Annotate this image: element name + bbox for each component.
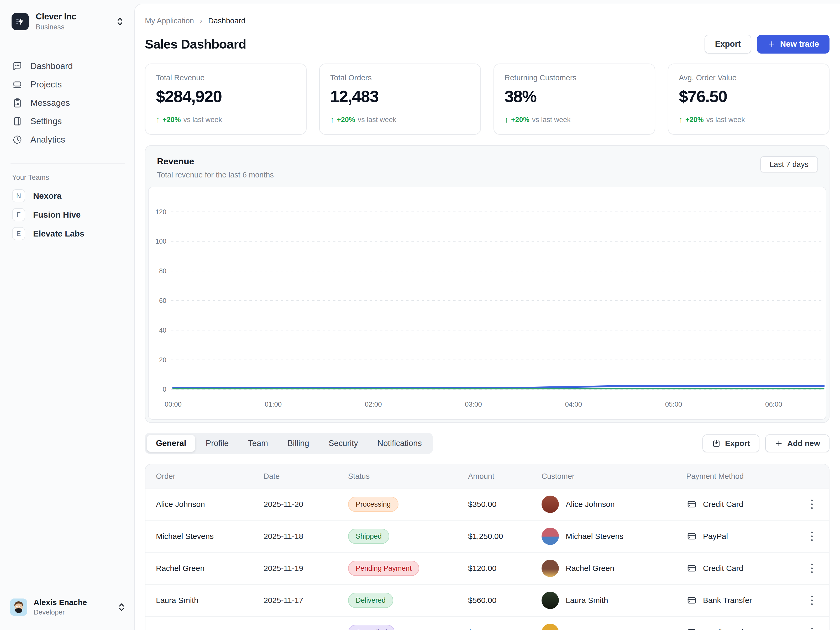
notebook-icon — [12, 116, 22, 126]
sidebar-item-analytics[interactable]: Analytics — [10, 131, 125, 149]
stat-card: Total Orders 12,483 ↑ +20% vs last week — [319, 63, 481, 135]
arrow-up-icon: ↑ — [505, 115, 508, 124]
cell-date: 2025-11-20 — [264, 500, 348, 509]
main-panel: My Application › Dashboard Sales Dashboa… — [134, 4, 840, 630]
kebab-icon — [807, 562, 816, 574]
org-type: Business — [36, 23, 76, 31]
svg-text:00:00: 00:00 — [164, 401, 182, 408]
tab-security[interactable]: Security — [320, 435, 367, 452]
stat-delta: ↑ +20% vs last week — [330, 115, 470, 124]
sidebar-item-projects[interactable]: Projects — [10, 75, 125, 94]
breadcrumb-current: Dashboard — [208, 17, 245, 25]
tab-team[interactable]: Team — [239, 435, 277, 452]
cell-customer: James Brown — [542, 624, 686, 630]
column-header: Amount — [468, 472, 542, 481]
table-row: Rachel Green 2025-11-19 Pending Payment … — [145, 553, 829, 584]
org-name: Clever Inc — [36, 11, 76, 22]
team-avatar: F — [12, 208, 25, 221]
breadcrumb-chevron-icon: › — [200, 16, 202, 25]
kebab-icon — [807, 627, 816, 630]
sidebar-item-dashboard[interactable]: Dashboard — [10, 57, 125, 75]
download-icon — [712, 439, 721, 448]
tab-general[interactable]: General — [147, 435, 195, 452]
credit-card-icon — [686, 499, 697, 509]
sidebar-item-settings[interactable]: Settings — [10, 112, 125, 131]
sidebar-nav: Dashboard Projects Messages Settings Ana… — [10, 57, 125, 149]
arrow-up-icon: ↑ — [330, 115, 334, 124]
team-avatar: E — [12, 227, 25, 240]
column-header: Customer — [542, 472, 686, 481]
svg-text:40: 40 — [159, 327, 166, 334]
sidebar-team-item[interactable]: E Elevate Labs — [10, 224, 125, 243]
org-switcher[interactable]: Clever Inc Business — [10, 10, 125, 33]
cell-order: Laura Smith — [156, 596, 264, 605]
row-menu-button[interactable] — [805, 528, 819, 545]
table-body: Alice Johnson 2025-11-20 Processing $350… — [145, 488, 829, 630]
svg-text:20: 20 — [159, 356, 166, 363]
row-menu-button[interactable] — [805, 560, 819, 577]
tab-profile[interactable]: Profile — [197, 435, 238, 452]
svg-text:60: 60 — [159, 297, 166, 304]
sidebar-item-messages[interactable]: Messages — [10, 94, 125, 112]
row-menu-button[interactable] — [805, 592, 819, 609]
row-menu-button[interactable] — [805, 624, 819, 630]
cell-order: James Brown — [156, 628, 264, 630]
stat-value: $284,920 — [156, 87, 295, 106]
arrow-up-icon: ↑ — [156, 115, 160, 124]
credit-card-icon — [686, 532, 697, 541]
svg-text:02:00: 02:00 — [365, 401, 382, 408]
status-badge: Delivered — [348, 593, 393, 608]
sidebar-team-item[interactable]: N Nexora — [10, 186, 125, 205]
cell-customer: Rachel Green — [542, 560, 686, 577]
stat-label: Total Orders — [330, 74, 470, 82]
user-role: Developer — [33, 608, 87, 616]
cell-order: Rachel Green — [156, 564, 264, 573]
teams-section-label: Your Teams — [10, 174, 125, 182]
kebab-icon — [807, 531, 816, 542]
stat-delta: ↑ +20% vs last week — [505, 115, 644, 124]
stat-card: Returning Customers 38% ↑ +20% vs last w… — [494, 63, 655, 135]
column-header: Payment Method — [686, 472, 805, 481]
customer-avatar — [542, 592, 559, 609]
chevron-up-down-icon — [118, 602, 125, 612]
status-badge: Pending Payment — [348, 561, 419, 576]
arrow-up-icon: ↑ — [679, 115, 683, 124]
cell-order: Michael Stevens — [156, 532, 264, 541]
cell-payment: PayPal — [686, 532, 805, 541]
svg-text:0: 0 — [163, 385, 166, 393]
table-row: Michael Stevens 2025-11-18 Shipped $1,25… — [145, 521, 829, 553]
user-menu[interactable]: Alexis Enache Developer — [10, 598, 125, 616]
stat-value: 12,483 — [330, 87, 470, 106]
stat-delta: ↑ +20% vs last week — [679, 115, 818, 124]
card-icon — [12, 79, 22, 90]
add-new-button[interactable]: Add new — [765, 434, 829, 452]
cell-amount: $350.00 — [468, 500, 542, 509]
cell-date: 2025-11-16 — [264, 628, 348, 630]
stat-cards: Total Revenue $284,920 ↑ +20% vs last we… — [145, 63, 829, 135]
export-button[interactable]: Export — [704, 35, 751, 54]
row-menu-button[interactable] — [805, 496, 819, 513]
stat-label: Avg. Order Value — [679, 74, 818, 82]
cell-customer: Laura Smith — [542, 592, 686, 609]
status-badge: Cancelled — [348, 625, 395, 630]
stat-delta: ↑ +20% vs last week — [156, 115, 295, 124]
sidebar-team-item[interactable]: F Fusion Hive — [10, 205, 125, 224]
svg-text:04:00: 04:00 — [565, 401, 582, 408]
new-trade-button[interactable]: New trade — [757, 35, 829, 54]
tab-billing[interactable]: Billing — [278, 435, 318, 452]
revenue-chart-card: Revenue Total revenue for the last 6 mon… — [145, 145, 829, 423]
tab-notifications[interactable]: Notifications — [369, 435, 431, 452]
cell-payment: Credit Card — [686, 499, 805, 509]
sidebar-divider — [11, 163, 125, 164]
cell-amount: $1,250.00 — [468, 532, 542, 541]
column-header: Status — [348, 472, 468, 481]
page-title: Sales Dashboard — [145, 37, 246, 51]
breadcrumb-root-link[interactable]: My Application — [145, 17, 194, 25]
status-badge: Shipped — [348, 529, 389, 544]
customer-avatar — [542, 560, 559, 577]
clipboard-chart-icon — [12, 98, 22, 108]
chevron-up-down-icon — [116, 17, 124, 27]
table-export-button[interactable]: Export — [703, 434, 759, 452]
date-range-button[interactable]: Last 7 days — [760, 156, 818, 172]
cell-order: Alice Johnson — [156, 500, 264, 509]
